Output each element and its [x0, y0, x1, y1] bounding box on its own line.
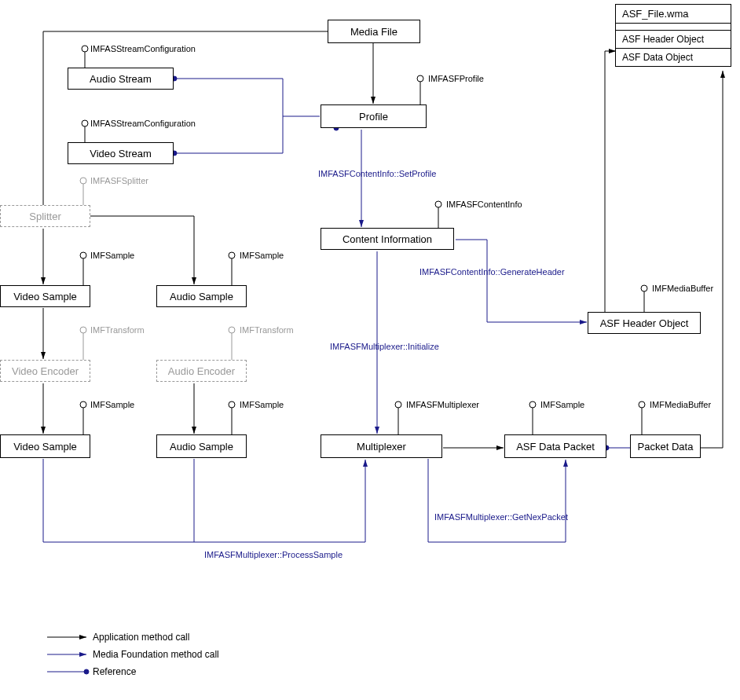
svg-point-43	[84, 669, 89, 674]
iface-content-info: IMFASFContentInfo	[446, 200, 522, 209]
svg-point-4	[417, 75, 423, 82]
splitter-box: Splitter	[0, 205, 90, 227]
audio-sample-2-box: Audio Sample	[156, 434, 247, 458]
svg-point-20	[639, 401, 645, 408]
svg-point-8	[80, 252, 86, 258]
iface-video-stream: IMFASStreamConfiguration	[90, 119, 196, 128]
iface-audio-stream: IMFASStreamConfiguration	[90, 44, 196, 53]
packet-data-box: Packet Data	[630, 434, 701, 458]
svg-point-2	[82, 120, 88, 126]
asf-file-title: ASF_File.wma	[616, 5, 731, 24]
video-sample-2-box: Video Sample	[0, 434, 90, 458]
svg-point-24	[80, 178, 86, 184]
iface-ho: IMFMediaBuffer	[652, 284, 713, 293]
content-info-box: Content Information	[321, 228, 454, 250]
iface-vs2: IMFSample	[90, 400, 134, 409]
video-encoder-box: Video Encoder	[0, 360, 90, 382]
method-process-sample: IMFASFMultiplexer::ProcessSample	[204, 550, 343, 559]
svg-point-10	[229, 252, 235, 258]
iface-splitter: IMFASFSplitter	[90, 176, 148, 185]
audio-stream-box: Audio Stream	[68, 68, 174, 90]
iface-mux: IMFASFMultiplexer	[406, 400, 479, 409]
asf-file-box: ASF_File.wma ASF Header Object ASF Data …	[615, 4, 731, 67]
svg-point-6	[435, 201, 441, 207]
iface-ve: IMFTransform	[90, 325, 145, 335]
video-stream-box: Video Stream	[68, 142, 174, 164]
svg-point-12	[80, 401, 86, 408]
profile-box: Profile	[321, 104, 427, 128]
svg-point-22	[641, 285, 647, 291]
iface-ae: IMFTransform	[240, 325, 294, 335]
iface-vs1: IMFSample	[90, 251, 134, 260]
svg-point-18	[529, 401, 536, 408]
method-get-next-packet: IMFASFMultiplexer::GetNexPacket	[434, 512, 568, 522]
asf-data-packet-box: ASF Data Packet	[504, 434, 606, 458]
iface-dp: IMFSample	[540, 400, 584, 409]
asf-file-row-data: ASF Data Object	[616, 49, 731, 66]
legend-mf-call: Media Foundation method call	[93, 649, 219, 660]
audio-sample-1-box: Audio Sample	[156, 285, 247, 307]
svg-point-0	[82, 46, 88, 52]
svg-point-14	[229, 401, 235, 408]
iface-profile: IMFASFProfile	[428, 74, 484, 83]
svg-point-26	[80, 327, 86, 333]
svg-point-16	[395, 401, 401, 408]
iface-pd: IMFMediaBuffer	[650, 400, 711, 409]
svg-point-28	[229, 327, 235, 333]
video-sample-1-box: Video Sample	[0, 285, 90, 307]
iface-as2: IMFSample	[240, 400, 284, 409]
method-initialize: IMFASFMultiplexer::Initialize	[330, 342, 439, 351]
media-file-box: Media File	[328, 20, 420, 43]
audio-encoder-box: Audio Encoder	[156, 360, 247, 382]
asf-file-row-header: ASF Header Object	[616, 30, 731, 49]
method-set-profile: IMFASFContentInfo::SetProfile	[318, 169, 436, 178]
method-generate-header: IMFASFContentInfo::GenerateHeader	[419, 267, 565, 277]
legend-app-call: Application method call	[93, 632, 189, 643]
legend-reference: Reference	[93, 666, 136, 677]
iface-as1: IMFSample	[240, 251, 284, 260]
asf-header-object-box: ASF Header Object	[588, 312, 701, 334]
multiplexer-box: Multiplexer	[321, 434, 442, 458]
